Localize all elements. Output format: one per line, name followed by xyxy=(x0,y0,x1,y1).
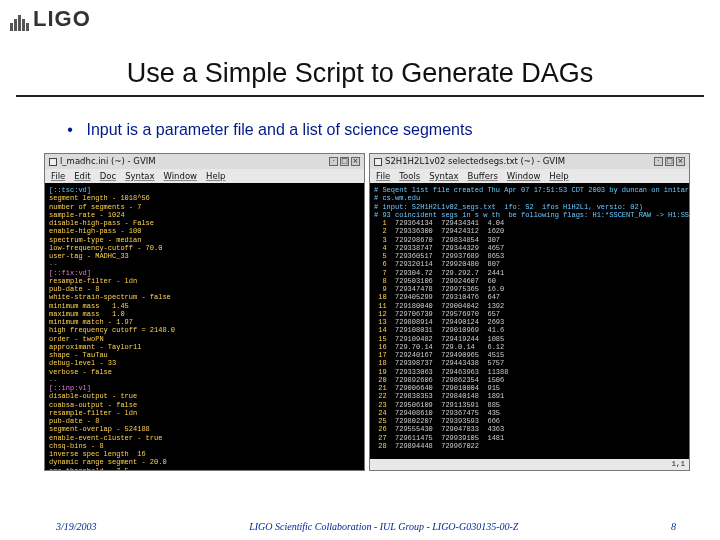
minimize-icon[interactable]: · xyxy=(329,157,338,166)
header: LIGO xyxy=(0,0,720,40)
close-icon[interactable]: × xyxy=(676,157,685,166)
menu-syntax[interactable]: Syntax xyxy=(429,171,458,182)
page-number: 8 xyxy=(671,521,676,532)
window-titlebar: l_madhc.ini (~) - GVIM · □ × xyxy=(45,154,364,169)
menu-help[interactable]: Help xyxy=(549,171,568,182)
menu-file[interactable]: File xyxy=(376,171,390,182)
window-title: S2H1H2L1v02 selectedsegs.txt (~) - GVIM xyxy=(385,156,565,167)
slide-title: Use a Simple Script to Generate DAGs xyxy=(0,58,720,89)
menu-doc[interactable]: Doc xyxy=(100,171,116,182)
terminal-right: S2H1H2L1v02 selectedsegs.txt (~) - GVIM … xyxy=(369,153,690,471)
bullet-text: Input is a parameter file and a list of … xyxy=(86,121,472,138)
menu-bar: File Tools Syntax Buffers Window Help xyxy=(370,169,689,183)
logo-bars-icon xyxy=(10,9,30,31)
window-icon xyxy=(49,158,57,166)
cursor-position: 1,1 xyxy=(671,460,685,469)
bullet-marker: • xyxy=(58,121,82,139)
status-bar: 1,1 xyxy=(370,459,689,470)
footer: 3/19/2003 LIGO Scientific Collaboration … xyxy=(0,521,720,532)
window-titlebar: S2H1H2L1v02 selectedsegs.txt (~) - GVIM … xyxy=(370,154,689,169)
minimize-icon[interactable]: · xyxy=(654,157,663,166)
menu-buffers[interactable]: Buffers xyxy=(468,171,498,182)
maximize-icon[interactable]: □ xyxy=(340,157,349,166)
menu-file[interactable]: File xyxy=(51,171,65,182)
menu-bar: File Edit Doc Syntax Window Help xyxy=(45,169,364,183)
menu-help[interactable]: Help xyxy=(206,171,225,182)
window-icon xyxy=(374,158,382,166)
bullet-item: • Input is a parameter file and a list o… xyxy=(58,121,720,139)
footer-date: 3/19/2003 xyxy=(56,521,97,532)
window-title: l_madhc.ini (~) - GVIM xyxy=(60,156,156,167)
menu-edit[interactable]: Edit xyxy=(74,171,90,182)
terminal-left: l_madhc.ini (~) - GVIM · □ × File Edit D… xyxy=(44,153,365,471)
terminal-body: # Seqent list file created Thu Apr 07 17… xyxy=(370,183,689,470)
menu-tools[interactable]: Tools xyxy=(399,171,420,182)
divider xyxy=(16,95,704,97)
menu-window[interactable]: Window xyxy=(507,171,541,182)
menu-window[interactable]: Window xyxy=(164,171,198,182)
footer-center: LIGO Scientific Collaboration - IUL Grou… xyxy=(97,521,671,532)
terminals-container: l_madhc.ini (~) - GVIM · □ × File Edit D… xyxy=(44,153,690,471)
menu-syntax[interactable]: Syntax xyxy=(125,171,154,182)
logo-text: LIGO xyxy=(33,6,91,31)
terminal-body: [::tsc:vd] segment length - 1018^56 numb… xyxy=(45,183,364,470)
maximize-icon[interactable]: □ xyxy=(665,157,674,166)
ligo-logo: LIGO xyxy=(10,8,91,31)
close-icon[interactable]: × xyxy=(351,157,360,166)
